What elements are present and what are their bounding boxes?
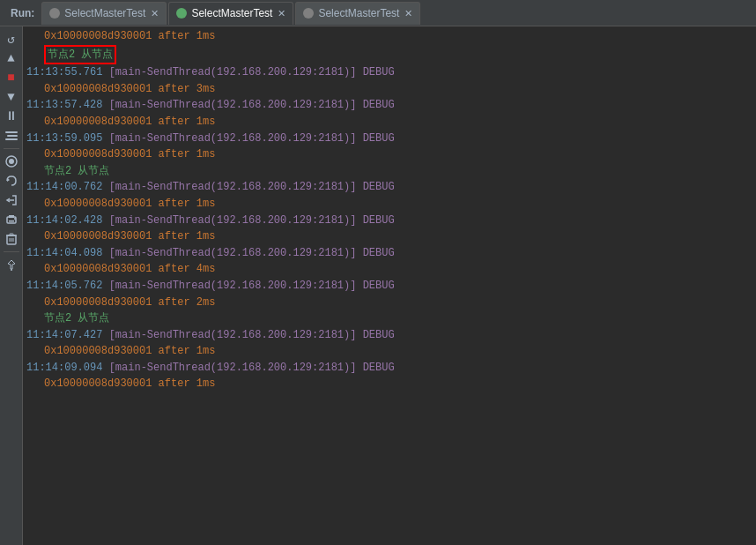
log-line-3: 11:13:55.761 [main-SendThread(192.168.20… xyxy=(26,64,752,81)
log-line-22: 0x10000008d930001 after 1ms xyxy=(26,376,752,392)
restore-button[interactable] xyxy=(3,172,20,190)
toolbar-sep-2 xyxy=(4,251,19,252)
thread-16: [main-SendThread(192.168.200.129:2181)] xyxy=(109,280,363,292)
hex-value-1: 0x10000008d930001 after 1ms xyxy=(26,30,215,42)
log-area[interactable]: 0x10000008d930001 after 1ms 节点2 从节点 11:1… xyxy=(23,26,756,545)
thread-5: [main-SendThread(192.168.200.129:2181)] xyxy=(109,99,363,111)
hex-value-4: 0x10000008d930001 after 3ms xyxy=(26,83,215,95)
thread-12: [main-SendThread(192.168.200.129:2181)] xyxy=(109,214,363,227)
thread-10: [main-SendThread(192.168.200.129:2181)] xyxy=(109,181,363,193)
thread-19: [main-SendThread(192.168.200.129:2181)] xyxy=(109,329,363,341)
thread-21: [main-SendThread(192.168.200.129:2181)] xyxy=(109,362,363,374)
highlighted-node: 节点2 从节点 xyxy=(44,49,116,61)
tab-bar: Run: SelectMasterTest ✕ SelectMasterTest… xyxy=(0,0,756,26)
debug-16: DEBUG xyxy=(363,280,395,292)
svg-point-4 xyxy=(9,159,14,164)
thread-14: [main-SendThread(192.168.200.129:2181)] xyxy=(109,247,363,259)
svg-rect-13 xyxy=(10,234,13,235)
node-info-9: 节点2 从节点 xyxy=(44,165,109,177)
tab-1-label: SelectMasterTest xyxy=(64,7,145,19)
main-layout: ↺ ▲ ■ ▼ ⏸ xyxy=(0,26,756,545)
log-line-5: 11:13:57.428 [main-SendThread(192.168.20… xyxy=(26,97,752,114)
node-info-18: 节点2 从节点 xyxy=(44,312,109,325)
log-line-6: 0x10000008d930001 after 1ms xyxy=(26,114,752,131)
ts-14: 11:14:04.098 xyxy=(26,247,109,259)
tab-3-close[interactable]: ✕ xyxy=(404,8,412,19)
debug-19: DEBUG xyxy=(363,329,395,341)
svg-rect-0 xyxy=(5,131,18,133)
hex-value-8: 0x10000008d930001 after 1ms xyxy=(26,148,215,161)
debug-7: DEBUG xyxy=(363,132,395,145)
tab-3-icon xyxy=(303,8,314,19)
ts-7: 11:13:59.095 xyxy=(26,132,109,145)
tab-1[interactable]: SelectMasterTest ✕ xyxy=(41,2,167,25)
hex-value-17: 0x10000008d930001 after 2ms xyxy=(26,296,215,309)
log-line-20: 0x10000008d930001 after 1ms xyxy=(26,343,752,360)
stop-button[interactable]: ■ xyxy=(3,69,20,86)
log-line-15: 0x10000008d930001 after 4ms xyxy=(26,261,752,278)
rerun-button[interactable]: ↺ xyxy=(3,30,20,48)
pin-button[interactable] xyxy=(3,256,20,273)
hex-value-20: 0x10000008d930001 after 1ms xyxy=(26,345,215,357)
tab-2-close[interactable]: ✕ xyxy=(278,8,285,19)
log-line-2: 节点2 从节点 xyxy=(26,45,752,65)
ts-19: 11:14:07.427 xyxy=(26,329,109,341)
log-line-1: 0x10000008d930001 after 1ms xyxy=(26,28,752,45)
ts-3: 11:13:55.761 xyxy=(26,66,109,78)
svg-rect-8 xyxy=(9,215,14,218)
format-button[interactable] xyxy=(3,127,20,145)
tab-1-icon xyxy=(49,8,60,19)
log-line-18: 节点2 从节点 xyxy=(26,310,752,327)
tab-3-label: SelectMasterTest xyxy=(318,7,399,19)
thread-3: [main-SendThread(192.168.200.129:2181)] xyxy=(109,66,363,78)
svg-point-10 xyxy=(14,218,16,220)
log-line-16: 11:14:05.762 [main-SendThread(192.168.20… xyxy=(26,278,752,295)
run-label: Run: xyxy=(4,7,41,19)
hex-value-6: 0x10000008d930001 after 1ms xyxy=(26,116,215,128)
svg-rect-1 xyxy=(7,135,18,137)
log-line-21: 11:14:09.094 [main-SendThread(192.168.20… xyxy=(26,360,752,377)
log-line-9: 节点2 从节点 xyxy=(26,163,752,180)
debug-10: DEBUG xyxy=(363,181,395,193)
delete-button[interactable] xyxy=(3,230,20,248)
ts-5: 11:13:57.428 xyxy=(26,99,109,111)
debug-3: DEBUG xyxy=(363,66,395,78)
tab-3[interactable]: SelectMasterTest ✕ xyxy=(295,2,420,25)
debug-12: DEBUG xyxy=(363,214,395,227)
tab-2[interactable]: SelectMasterTest ✕ xyxy=(168,2,293,25)
log-line-12: 11:14:02.428 [main-SendThread(192.168.20… xyxy=(26,213,752,229)
tab-2-icon xyxy=(176,8,187,19)
ts-10: 11:14:00.762 xyxy=(26,181,109,193)
ts-12: 11:14:02.428 xyxy=(26,214,109,227)
log-line-11: 0x10000008d930001 after 1ms xyxy=(26,196,752,213)
hex-value-11: 0x10000008d930001 after 1ms xyxy=(26,198,215,210)
debug-14: DEBUG xyxy=(363,247,395,259)
log-line-17: 0x10000008d930001 after 2ms xyxy=(26,295,752,311)
exit-button[interactable] xyxy=(3,191,20,209)
svg-rect-9 xyxy=(9,220,14,222)
log-line-4: 0x10000008d930001 after 3ms xyxy=(26,81,752,98)
svg-marker-5 xyxy=(7,178,10,182)
log-line-19: 11:14:07.427 [main-SendThread(192.168.20… xyxy=(26,327,752,344)
tab-1-close[interactable]: ✕ xyxy=(151,8,159,19)
print-button[interactable] xyxy=(3,211,20,228)
debug-21: DEBUG xyxy=(363,362,395,374)
pause-button[interactable]: ⏸ xyxy=(3,108,20,125)
ts-16: 11:14:05.762 xyxy=(26,280,109,292)
scroll-up-button[interactable]: ▲ xyxy=(3,49,20,67)
left-toolbar: ↺ ▲ ■ ▼ ⏸ xyxy=(0,26,23,545)
debug-5: DEBUG xyxy=(363,99,395,111)
scroll-down-button[interactable]: ▼ xyxy=(3,88,20,106)
hex-value-15: 0x10000008d930001 after 4ms xyxy=(26,263,215,275)
snapshot-button[interactable] xyxy=(3,153,20,170)
hex-value-22: 0x10000008d930001 after 1ms xyxy=(26,377,215,390)
svg-rect-2 xyxy=(5,138,18,140)
svg-rect-7 xyxy=(7,217,16,223)
thread-7: [main-SendThread(192.168.200.129:2181)] xyxy=(109,132,363,145)
hex-value-13: 0x10000008d930001 after 1ms xyxy=(26,230,215,243)
log-line-8: 0x10000008d930001 after 1ms xyxy=(26,146,752,163)
tab-2-label: SelectMasterTest xyxy=(191,7,272,19)
ts-21: 11:14:09.094 xyxy=(26,362,109,374)
log-line-14: 11:14:04.098 [main-SendThread(192.168.20… xyxy=(26,245,752,262)
log-line-10: 11:14:00.762 [main-SendThread(192.168.20… xyxy=(26,179,752,196)
